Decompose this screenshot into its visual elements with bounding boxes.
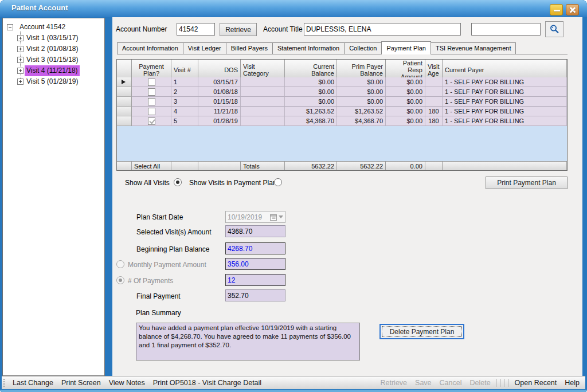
plan-summary-text: You have added a payment plan effective …: [136, 323, 360, 360]
dos-cell[interactable]: 01/28/19: [198, 116, 241, 126]
current-payer-cell[interactable]: 1 - SELF PAY FOR BILLING: [443, 97, 567, 107]
tree-item-label: Visit 4 (11/21/18): [25, 65, 80, 76]
separator: [504, 379, 505, 387]
expand-icon[interactable]: [17, 79, 24, 85]
current-balance-cell[interactable]: $1,263.52: [285, 107, 337, 116]
collapse-icon[interactable]: [7, 24, 13, 30]
row-selector[interactable]: [117, 107, 132, 116]
current-balance-cell[interactable]: $4,368.70: [285, 116, 337, 126]
plan-start-date-value: 10/19/2019: [228, 213, 262, 221]
num-payments-field[interactable]: [225, 274, 285, 286]
payment-plan-cell[interactable]: [132, 97, 171, 107]
visit-cell[interactable]: 1: [171, 77, 198, 87]
patient-resp-amount-cell[interactable]: $0.00: [386, 87, 425, 97]
visit-cell[interactable]: 2: [171, 87, 198, 97]
payment-plan-checkbox-checked[interactable]: [148, 117, 155, 125]
expand-icon[interactable]: [17, 57, 24, 63]
statusbar-print-screen[interactable]: Print Screen: [57, 379, 105, 387]
prim-payer-balance-cell[interactable]: $0.00: [337, 87, 386, 97]
statusbar-help[interactable]: Help: [561, 379, 585, 387]
payment-plan-cell[interactable]: [132, 77, 171, 87]
visit-category-cell[interactable]: [241, 97, 285, 107]
account-title-input[interactable]: [304, 23, 461, 36]
beginning-plan-balance-field[interactable]: [225, 242, 285, 254]
dos-cell[interactable]: 01/15/18: [198, 97, 241, 107]
statusbar-print-op5018[interactable]: Print OP5018 - Visit Charge Detail: [149, 379, 265, 387]
show-visits-in-plan-radio[interactable]: [274, 178, 282, 186]
visit-age-cell[interactable]: 180: [425, 116, 443, 126]
tab-billed-payers[interactable]: Billed Payers: [226, 42, 273, 54]
statusbar-open-recent[interactable]: Open Recent: [511, 379, 561, 387]
tab-tsi-revenue-management[interactable]: TSI Revenue Management: [431, 42, 516, 54]
payment-plan-cell[interactable]: [132, 87, 171, 97]
visit-category-cell[interactable]: [241, 107, 285, 116]
visit-category-cell[interactable]: [241, 87, 285, 97]
monthly-payment-label: Monthly Payment Amount: [128, 261, 206, 269]
show-all-visits-radio[interactable]: [174, 178, 182, 186]
visit-cell[interactable]: 3: [171, 97, 198, 107]
tab-payment-plan[interactable]: Payment Plan: [381, 41, 431, 54]
tab-visit-ledger[interactable]: Visit Ledger: [183, 42, 226, 54]
visit-category-cell[interactable]: [241, 116, 285, 126]
window-title: Patient Account: [11, 3, 68, 12]
tree-root-label: Account 41542: [19, 22, 65, 33]
current-payer-cell[interactable]: 1 - SELF PAY FOR BILLING: [443, 87, 567, 97]
visit-age-cell[interactable]: [425, 87, 443, 97]
visit-cell[interactable]: 5: [171, 116, 198, 126]
tab-account-information[interactable]: Account Information: [117, 42, 183, 54]
payment-plan-checkbox[interactable]: [148, 98, 155, 105]
patient-resp-amount-cell[interactable]: $0.00: [386, 116, 425, 126]
current-balance-cell[interactable]: $0.00: [285, 97, 337, 107]
payment-plan-checkbox[interactable]: [148, 79, 155, 86]
current-payer-cell[interactable]: 1 - SELF PAY FOR BILLING: [443, 116, 567, 126]
prim-payer-balance-cell[interactable]: $0.00: [337, 77, 386, 87]
patient-resp-amount-cell[interactable]: $0.00: [386, 107, 425, 116]
monthly-payment-field[interactable]: [225, 258, 285, 270]
prim-payer-balance-cell[interactable]: $1,263.52: [337, 107, 386, 116]
visit-age-cell[interactable]: 180: [425, 107, 443, 116]
dos-cell[interactable]: 11/21/18: [198, 107, 241, 116]
tab-statement-information[interactable]: Statement Information: [272, 42, 345, 54]
prim-payer-balance-cell[interactable]: $4,368.70: [337, 116, 386, 126]
tab-strip: Account Information Visit Ledger Billed …: [117, 41, 568, 54]
patient-resp-amount-cell[interactable]: $0.00: [386, 97, 425, 107]
visit-age-cell[interactable]: [425, 77, 443, 87]
payment-plan-cell[interactable]: [132, 116, 171, 126]
current-balance-cell[interactable]: $0.00: [285, 87, 337, 97]
patient-resp-amount-cell[interactable]: $0.00: [386, 77, 425, 87]
prim-payer-balance-cell[interactable]: $0.00: [337, 97, 386, 107]
tree-item-label: Visit 1 (03/15/17): [26, 33, 79, 44]
minimize-button[interactable]: [550, 4, 563, 15]
payment-plan-cell[interactable]: [132, 107, 171, 116]
account-number-input[interactable]: [177, 23, 215, 36]
row-selector[interactable]: [117, 116, 132, 126]
statusbar-last-change[interactable]: Last Change: [9, 379, 57, 387]
close-button[interactable]: [566, 4, 579, 15]
retrieve-button[interactable]: Retrieve: [220, 23, 257, 36]
row-selector[interactable]: [117, 77, 132, 87]
print-payment-plan-button[interactable]: Print Payment Plan: [486, 177, 568, 189]
search-button[interactable]: [545, 21, 563, 37]
statusbar-view-notes[interactable]: View Notes: [105, 379, 149, 387]
search-input[interactable]: [471, 23, 541, 36]
visit-category-cell[interactable]: [241, 77, 285, 87]
expand-icon[interactable]: [17, 68, 24, 74]
visit-cell[interactable]: 4: [171, 107, 198, 116]
dos-cell[interactable]: 01/08/18: [198, 87, 241, 97]
payment-plan-checkbox[interactable]: [148, 88, 155, 96]
expand-icon[interactable]: [17, 35, 24, 41]
visit-age-cell[interactable]: [425, 97, 443, 107]
delete-payment-plan-button[interactable]: Delete Payment Plan: [379, 324, 464, 339]
account-title-label: Account Title: [263, 25, 303, 33]
payment-plan-checkbox[interactable]: [148, 108, 155, 115]
row-selector[interactable]: [117, 97, 132, 107]
row-selector[interactable]: [117, 87, 132, 97]
expand-icon[interactable]: [17, 46, 24, 52]
tab-collection[interactable]: Collection: [344, 42, 382, 54]
current-payer-cell[interactable]: 1 - SELF PAY FOR BILLING: [443, 77, 567, 87]
dos-cell[interactable]: 03/15/17: [198, 77, 241, 87]
select-all-button[interactable]: Select All: [132, 161, 171, 170]
current-payer-cell[interactable]: 1 - SELF PAY FOR BILLING: [443, 107, 567, 116]
current-balance-cell[interactable]: $0.00: [285, 77, 337, 87]
patient-account-window: Patient Account Account 41542 Visit 1 (0…: [0, 0, 587, 392]
